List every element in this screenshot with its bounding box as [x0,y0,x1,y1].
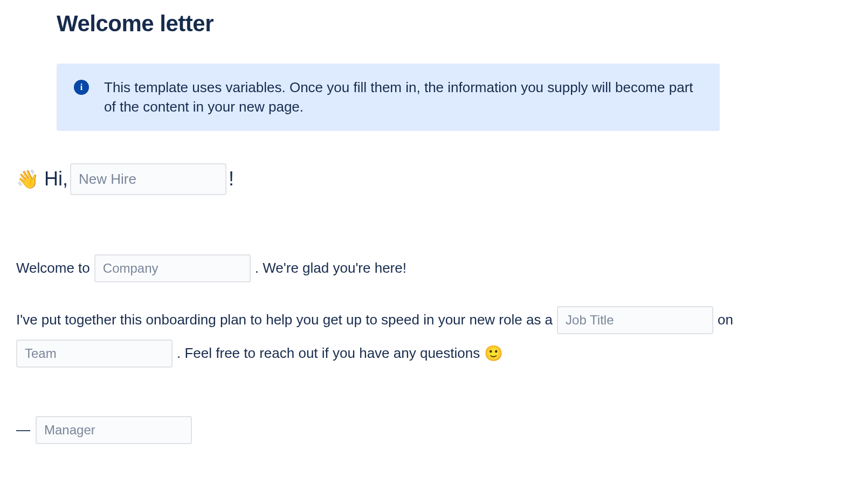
wave-emoji-icon: 👋 [16,165,39,193]
new-hire-input[interactable] [70,163,226,195]
onboarding-paragraph: I've put together this onboarding plan t… [16,306,852,368]
info-panel: i This template uses variables. Once you… [57,64,720,131]
page-title: Welcome letter [57,11,852,37]
team-input[interactable] [16,340,173,368]
welcome-paragraph: Welcome to . We're glad you're here! [16,254,852,282]
greeting-exclaim: ! [229,164,234,193]
after-team-text: . Feel free to reach out if you have any… [177,343,480,364]
document-body: 👋 Hi, ! Welcome to . We're glad you're h… [16,163,852,444]
company-input[interactable] [94,254,251,282]
greeting-line: 👋 Hi, ! [16,163,852,195]
onboarding-sentence: I've put together this onboarding plan t… [16,309,553,330]
welcome-to-text: Welcome to [16,258,90,279]
smile-emoji-icon: 🙂 [484,342,503,365]
info-panel-text: This template uses variables. Once you f… [104,78,702,117]
manager-input[interactable] [36,416,192,444]
signature-dash: — [16,419,29,440]
job-title-input[interactable] [557,306,713,334]
greeting-hi: Hi, [44,164,68,193]
info-icon: i [74,80,89,95]
signature-line: — [16,416,852,444]
on-text: on [718,309,733,330]
after-company-text: . We're glad you're here! [255,258,407,279]
